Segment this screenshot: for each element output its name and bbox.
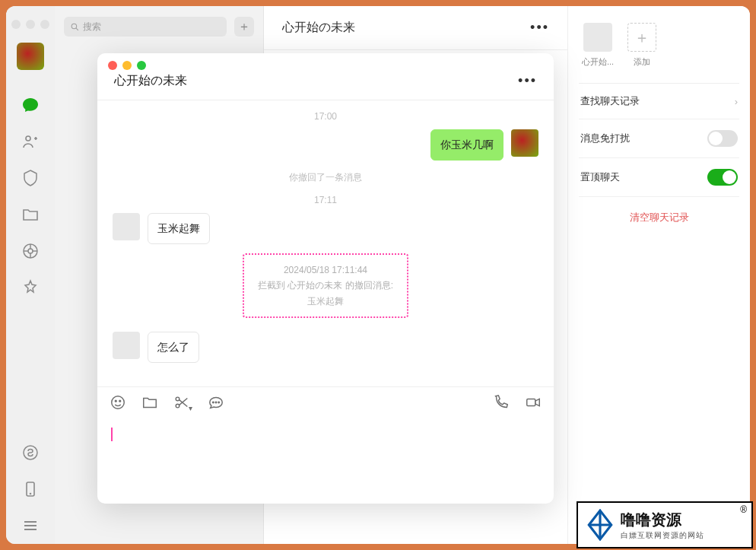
clear-history-button[interactable]: 清空聊天记录 (579, 197, 739, 238)
emoji-icon[interactable] (110, 394, 126, 414)
message-area: 17:00 你玉米几啊 你撤回了一条消息 17:11 玉米起舞 2024/05/… (97, 100, 554, 386)
mute-label: 消息免打扰 (580, 132, 630, 145)
pin-label: 置顶聊天 (580, 170, 620, 184)
contact-avatar[interactable] (113, 332, 140, 359)
timestamp: 17:11 (113, 195, 538, 205)
miniprogram-tab-icon[interactable] (21, 443, 40, 463)
maximize-icon[interactable] (137, 61, 146, 70)
contacts-tab-icon[interactable] (21, 132, 40, 151)
registered-mark: ® (740, 504, 747, 515)
message-bubble[interactable]: 怎么了 (148, 332, 199, 363)
add-label: 添加 (634, 56, 650, 68)
phone-tab-icon[interactable] (21, 479, 40, 499)
message-row-outgoing: 你玉米几啊 (113, 129, 538, 161)
search-icon (70, 22, 80, 32)
message-row-incoming: 怎么了 (113, 332, 538, 363)
svg-point-12 (213, 402, 214, 402)
message-bubble[interactable]: 你玉米几啊 (430, 129, 503, 161)
intercept-time: 2024/05/18 17:11:44 (258, 262, 393, 278)
new-chat-button[interactable]: ＋ (234, 17, 254, 37)
watermark-logo-icon (584, 509, 616, 541)
video-icon[interactable] (525, 394, 542, 414)
close-icon[interactable] (108, 61, 117, 70)
svg-point-14 (218, 402, 219, 402)
text-cursor (111, 428, 113, 441)
svg-point-5 (30, 494, 31, 494)
mute-toggle[interactable] (707, 130, 738, 147)
chat-info-panel: 心开始... ＋ 添加 查找聊天记录 › 消息免打扰 置顶聊天 清空聊天记录 (567, 6, 750, 544)
member-item[interactable]: 心开始... (582, 23, 614, 68)
popup-more-icon[interactable]: ••• (518, 73, 537, 89)
svg-point-0 (26, 136, 30, 141)
intercept-line: 拦截到 心开始の未来 的撤回消息: (258, 278, 393, 293)
svg-point-8 (115, 400, 116, 402)
recall-notice: 你撤回了一条消息 (113, 171, 538, 184)
favorites-tab-icon[interactable] (21, 168, 40, 188)
message-bubble[interactable]: 玉米起舞 (148, 213, 210, 244)
contact-avatar[interactable] (113, 213, 140, 240)
chat-header: 心开始の未来 ••• (264, 6, 567, 50)
chevron-right-icon: › (735, 96, 738, 107)
plus-icon: ＋ (627, 23, 656, 52)
input-toolbar: ▾ (97, 386, 554, 420)
sidebar (6, 6, 55, 544)
popup-title: 心开始の未来 (114, 73, 187, 89)
minimize-dot[interactable] (26, 20, 35, 29)
moments-tab-icon[interactable] (21, 241, 40, 261)
message-input[interactable] (97, 420, 554, 504)
watermark: 噜噜资源 白嫖互联网资源的网站 ® (577, 501, 753, 548)
svg-point-9 (119, 400, 121, 402)
files-tab-icon[interactable] (21, 205, 40, 224)
window-controls (11, 15, 49, 43)
search-history-row[interactable]: 查找聊天记录 › (579, 84, 739, 119)
popup-header: 心开始の未来 ••• (97, 70, 554, 100)
discover-tab-icon[interactable] (21, 278, 40, 297)
search-placeholder: 搜索 (83, 21, 101, 33)
search-history-label: 查找聊天记录 (580, 94, 640, 108)
mute-row: 消息免打扰 (579, 119, 739, 158)
more-icon[interactable]: ••• (530, 20, 549, 36)
svg-point-6 (71, 24, 77, 29)
svg-point-13 (215, 402, 216, 402)
members-row: 心开始... ＋ 添加 (579, 15, 739, 84)
menu-tab-icon[interactable] (21, 516, 40, 536)
timestamp: 17:00 (113, 111, 538, 122)
conversation-toolbar: 搜索 ＋ (55, 6, 263, 47)
scissors-icon[interactable]: ▾ (173, 394, 192, 414)
intercept-content: 玉米起舞 (258, 294, 393, 309)
close-dot[interactable] (11, 20, 21, 29)
member-name: 心开始... (582, 56, 614, 68)
chat-popup-window: 心开始の未来 ••• 17:00 你玉米几啊 你撤回了一条消息 17:11 玉米… (97, 53, 554, 504)
watermark-subtitle: 白嫖互联网资源的网站 (621, 530, 704, 541)
popup-window-controls (97, 53, 554, 70)
add-member-button[interactable]: ＋ 添加 (627, 23, 656, 68)
member-avatar (583, 23, 612, 52)
svg-rect-15 (527, 399, 535, 405)
phone-icon[interactable] (493, 394, 510, 414)
chats-tab-icon[interactable] (21, 95, 40, 115)
svg-point-2 (28, 249, 33, 253)
search-input[interactable]: 搜索 (64, 17, 227, 37)
pin-row: 置顶聊天 (579, 158, 739, 197)
maximize-dot[interactable] (40, 20, 49, 29)
my-avatar[interactable] (511, 129, 538, 157)
user-avatar[interactable] (17, 43, 44, 70)
chat-title: 心开始の未来 (282, 20, 355, 36)
chat-icon[interactable] (208, 394, 224, 414)
minimize-icon[interactable] (122, 61, 132, 70)
folder-icon[interactable] (141, 394, 158, 414)
intercept-notice: 2024/05/18 17:11:44 拦截到 心开始の未来 的撤回消息: 玉米… (243, 253, 408, 318)
pin-toggle[interactable] (707, 169, 738, 186)
watermark-title: 噜噜资源 (621, 510, 704, 530)
svg-point-7 (112, 396, 125, 409)
message-row-incoming: 玉米起舞 (113, 213, 538, 244)
